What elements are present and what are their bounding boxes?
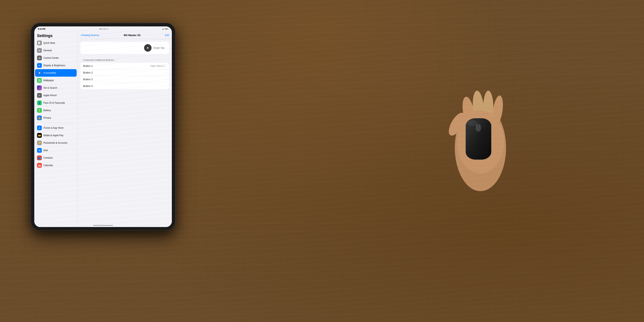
content-pane: Single-Tap › Customize Additional Button…: [78, 39, 172, 227]
nav-bar: ‹ Pointing Devices MX Master 2S Edit: [78, 32, 172, 39]
button-value-button1: Open Menu 2›: [150, 65, 166, 68]
sidebar-icon-display: ☀: [37, 63, 42, 68]
sidebar-label-privacy: Privacy: [43, 116, 51, 119]
button-row-button2[interactable]: Button 2›: [80, 69, 169, 76]
sidebar-label-wallpaper: Wallpaper: [43, 79, 54, 82]
scroll-label: Single-Tap: [153, 46, 164, 49]
sidebar-title: Settings: [34, 32, 78, 39]
sidebar-icon-quick-note: 📝: [37, 40, 42, 45]
sidebar-icon-faceid: 👤: [37, 100, 42, 105]
sidebar-icon-control-center: ⊞: [37, 56, 42, 60]
button-label-button3: Button 3: [83, 78, 92, 81]
ipad-body: 9:15 PM Mon Jun 17 ▲ 80% Settings 📝Quick…: [31, 23, 175, 230]
status-bar: 9:15 PM Mon Jun 17 ▲ 80%: [34, 26, 172, 32]
edit-button[interactable]: Edit: [165, 34, 169, 37]
sidebar-label-wallet: Wallet & Apple Pay: [43, 134, 64, 137]
button-chevron-button3: ›: [166, 78, 166, 81]
button-row-button4[interactable]: Button 4›: [80, 83, 169, 89]
mouse-dot: [147, 47, 148, 49]
sidebar-icon-wallet: 💳: [37, 133, 42, 138]
sidebar-item-battery[interactable]: 🔋Battery: [35, 106, 77, 114]
sidebar-item-pencil[interactable]: ✏Apple Pencil: [35, 92, 77, 99]
sidebar-item-wallpaper[interactable]: 🖼Wallpaper: [35, 77, 77, 84]
sidebar-icon-battery: 🔋: [37, 108, 42, 113]
sidebar-item-control-center[interactable]: ⊞Control Center: [35, 54, 77, 62]
sidebar-icon-contacts: 👥: [37, 156, 42, 160]
sidebar-icon-calendar: 📅: [37, 163, 42, 168]
sidebar-icon-accessibility: ♿: [37, 70, 42, 75]
button-label-button2: Button 2: [83, 71, 92, 74]
ipad-main-layout: Settings 📝Quick Note⚙General⊞Control Cen…: [34, 32, 172, 227]
button-row-button3[interactable]: Button 3›: [80, 76, 169, 83]
battery-status: 80%: [165, 28, 168, 30]
ipad-screen: 9:15 PM Mon Jun 17 ▲ 80% Settings 📝Quick…: [34, 26, 172, 227]
svg-rect-9: [476, 124, 481, 131]
customize-header: Customize Additional Buttons...: [80, 57, 169, 63]
sidebar-icon-passwords: 🔑: [37, 140, 42, 145]
sidebar-item-contacts[interactable]: 👥Contacts: [35, 154, 77, 162]
sidebar: Settings 📝Quick Note⚙General⊞Control Cen…: [34, 32, 78, 227]
back-label: Pointing Devices: [82, 34, 99, 37]
button-value-button2: ›: [166, 71, 166, 74]
sidebar-item-calendar[interactable]: 📅Calendar: [35, 162, 77, 169]
scroll-wheel-icon: [144, 44, 152, 52]
button-value-button4: ›: [166, 85, 166, 88]
scroll-chevron: ›: [166, 46, 167, 49]
back-button[interactable]: ‹ Pointing Devices: [80, 34, 99, 37]
sidebar-item-faceid[interactable]: 👤Face ID & Passcode: [35, 99, 77, 106]
ipad-device: 9:15 PM Mon Jun 17 ▲ 80% Settings 📝Quick…: [31, 23, 175, 230]
page-title: MX Master 2S: [101, 34, 163, 37]
sidebar-item-privacy[interactable]: 🔒Privacy: [35, 114, 77, 122]
sidebar-label-quick-note: Quick Note: [43, 42, 55, 44]
svg-point-11: [468, 120, 478, 126]
button-rows-list: Button 1Open Menu 2›Button 2›Button 3›Bu…: [80, 63, 169, 89]
sidebar-icon-general: ⚙: [37, 48, 42, 53]
status-time: 9:15 PM: [38, 28, 45, 30]
chevron-left-icon: ‹: [80, 34, 81, 37]
sidebar-icon-wallpaper: 🖼: [37, 78, 42, 83]
button-label-button4: Button 4: [83, 84, 92, 88]
sidebar-label-passwords: Passwords & Accounts: [43, 142, 68, 144]
button-row-button1[interactable]: Button 1Open Menu 2›: [80, 63, 169, 69]
sidebar-label-control-center: Control Center: [43, 56, 59, 59]
scroll-icon-card: Single-Tap ›: [80, 42, 169, 54]
sidebar-item-siri[interactable]: ⋯Siri & Search: [35, 84, 77, 92]
sidebar-label-contacts: Contacts: [43, 156, 52, 159]
sidebar-label-display: Display & Brightness: [43, 64, 65, 67]
sidebar-label-mail: Mail: [43, 149, 48, 152]
sidebar-separator: [37, 123, 75, 123]
home-indicator: [93, 225, 113, 226]
sidebar-item-quick-note[interactable]: 📝Quick Note: [35, 39, 77, 47]
sidebar-label-siri: Siri & Search: [43, 86, 57, 89]
status-date: Mon Jun 17: [99, 28, 108, 30]
sidebar-item-accessibility[interactable]: ♿Accessibility: [35, 69, 77, 77]
sidebar-icon-privacy: 🔒: [37, 116, 42, 120]
sidebar-icon-itunes: A: [37, 126, 42, 130]
sidebar-icon-mail: ✉: [37, 148, 42, 153]
sidebar-item-mail[interactable]: ✉Mail: [35, 146, 77, 154]
sidebar-item-wallet[interactable]: 💳Wallet & Apple Pay: [35, 132, 77, 139]
sidebar-item-general[interactable]: ⚙General: [35, 47, 77, 54]
buttons-card: Button 1Open Menu 2›Button 2›Button 3›Bu…: [80, 63, 169, 89]
sidebar-label-general: General: [43, 49, 52, 52]
sidebar-label-faceid: Face ID & Passcode: [43, 102, 65, 104]
status-right: ▲ 80%: [162, 28, 168, 30]
sidebar-label-itunes: iTunes & App Store: [43, 126, 64, 129]
button-value-button3: ›: [166, 78, 166, 81]
detail-area: ‹ Pointing Devices MX Master 2S Edit: [78, 32, 172, 227]
button-chevron-button1: ›: [166, 65, 166, 68]
sidebar-label-calendar: Calendar: [43, 164, 53, 167]
sidebar-items-list: 📝Quick Note⚙General⊞Control Center☀Displ…: [34, 39, 78, 169]
button-chevron-button2: ›: [166, 71, 166, 74]
sidebar-label-battery: Battery: [43, 109, 51, 112]
mouse-hand-illustration: [437, 59, 536, 197]
wifi-icon: ▲: [162, 28, 164, 30]
sidebar-item-display[interactable]: ☀Display & Brightness: [35, 62, 77, 69]
button-chevron-button4: ›: [166, 85, 166, 88]
sidebar-item-passwords[interactable]: 🔑Passwords & Accounts: [35, 139, 77, 146]
sidebar-label-pencil: Apple Pencil: [43, 94, 56, 97]
sidebar-label-accessibility: Accessibility: [43, 72, 56, 74]
button-label-button1: Button 1: [83, 64, 92, 68]
sidebar-item-itunes[interactable]: AiTunes & App Store: [35, 124, 77, 132]
sidebar-icon-pencil: ✏: [37, 93, 42, 98]
